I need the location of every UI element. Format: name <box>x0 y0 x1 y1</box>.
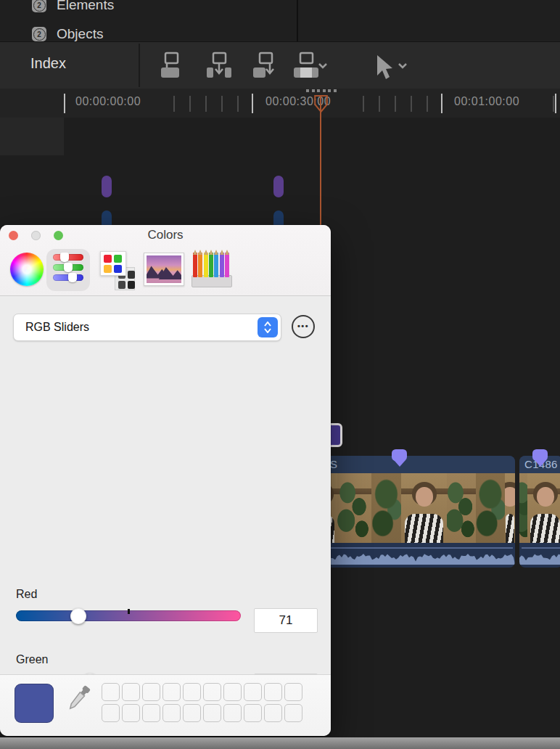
swatch-well[interactable] <box>122 704 140 722</box>
ruler-tick <box>411 96 412 112</box>
swatch-well[interactable] <box>122 683 140 701</box>
ruler-major-tick <box>441 94 442 113</box>
swatch-well[interactable] <box>223 683 242 701</box>
ruler-major-tick <box>64 94 65 113</box>
green-slider-label: Green <box>16 653 48 666</box>
select-tool-chevron-down-icon[interactable] <box>398 62 408 69</box>
clip-thumbnail-plant-tall <box>476 473 505 543</box>
clip-thumbnail-plant <box>337 473 371 543</box>
swatch-well[interactable] <box>223 704 242 722</box>
color-wheel-icon[interactable] <box>10 253 44 286</box>
swatch-well[interactable] <box>264 683 282 701</box>
ruler-tick <box>189 96 191 112</box>
pane-divider <box>297 0 298 41</box>
ruler-tick <box>173 96 175 112</box>
clip-marker-pin[interactable] <box>392 449 407 461</box>
ruler-major-tick <box>555 94 556 113</box>
sidebar-section: 2 Elements 2 Objects <box>0 0 560 41</box>
swatch-well[interactable] <box>142 704 160 722</box>
swatch-well[interactable] <box>142 683 160 701</box>
sidebar-item-objects[interactable]: 2 Objects <box>32 26 103 42</box>
sidebar-item-label: Elements <box>57 0 114 13</box>
clip-title: S <box>305 456 515 473</box>
screen: 2 Elements 2 Objects Index <box>0 0 560 749</box>
sidebar-item-label: Objects <box>57 26 103 42</box>
red-slider[interactable] <box>16 610 241 621</box>
ruler-tick <box>395 96 396 112</box>
ruler-timecode: 00:00:00:00 <box>75 95 141 108</box>
objects-count-badge: 2 <box>32 27 46 41</box>
color-palettes-icon[interactable] <box>100 251 138 289</box>
swatch-well[interactable] <box>102 704 120 722</box>
sidebar-item-elements[interactable]: 2 Elements <box>32 0 114 13</box>
color-mode-value: RGB Sliders <box>25 321 89 334</box>
timeline-clip[interactable]: S <box>305 456 515 568</box>
playhead-range-dash <box>328 89 331 92</box>
color-sliders-icon[interactable] <box>53 254 83 286</box>
ruler-timecode: 00:01:00:00 <box>454 95 519 108</box>
desktop-strip <box>0 737 560 749</box>
clip-thumbnail-plant <box>519 473 527 543</box>
clip-thumbnail-woman <box>527 473 560 543</box>
elements-count-badge: 2 <box>32 0 46 12</box>
swatch-well[interactable] <box>244 683 262 701</box>
clip-thumbnail-plant <box>447 473 476 543</box>
ruler-tick <box>205 96 207 112</box>
color-mode-select[interactable]: RGB Sliders <box>13 314 281 341</box>
index-button[interactable]: Index <box>30 55 66 72</box>
swatch-wells-grid <box>102 683 302 722</box>
toolbar-divider <box>139 44 140 87</box>
clip-filmstrip <box>305 473 515 543</box>
colors-panel-titlebar[interactable]: Colors <box>0 225 331 296</box>
swatch-well[interactable] <box>183 704 201 722</box>
colors-panel-window: Colors <box>0 225 331 736</box>
window-title: Colors <box>0 228 331 242</box>
swatch-well[interactable] <box>264 704 282 722</box>
select-arrow-tool-icon[interactable] <box>367 52 399 84</box>
swatch-well[interactable] <box>183 683 201 701</box>
swatch-well[interactable] <box>284 683 302 701</box>
eyedropper-icon[interactable] <box>62 682 93 717</box>
audio-waveform <box>305 550 515 568</box>
pencils-icon[interactable] <box>193 253 229 287</box>
playhead-range-dash <box>323 89 326 92</box>
ruler-tick <box>379 96 380 112</box>
insert-clip-tool-icon[interactable] <box>203 49 235 81</box>
select-stepper-icon <box>258 317 278 337</box>
audio-separator <box>522 547 560 549</box>
tool-chevron-down-icon[interactable] <box>318 62 328 69</box>
red-slider-knob[interactable] <box>70 608 86 624</box>
slider-options-button[interactable]: ••• <box>292 315 315 338</box>
red-slider-label: Red <box>16 588 37 601</box>
red-value-field[interactable] <box>254 608 318 633</box>
swatch-well[interactable] <box>244 704 262 722</box>
ruler-tick <box>427 96 428 112</box>
swatch-well[interactable] <box>162 683 181 701</box>
clip-thumbnail-woman <box>401 473 447 543</box>
ruler-tick <box>221 96 223 112</box>
collapsed-clip-pill[interactable] <box>102 176 112 197</box>
playhead-handle[interactable] <box>314 95 328 112</box>
clip-thumbnail-plant-tall <box>371 473 401 543</box>
current-color-swatch[interactable] <box>15 684 54 723</box>
ruler-major-tick <box>252 94 253 113</box>
connect-clip-tool-icon[interactable] <box>155 49 187 81</box>
image-palettes-icon[interactable] <box>144 253 184 286</box>
swatch-well[interactable] <box>284 704 302 722</box>
timeline-header-gap <box>0 118 64 155</box>
playhead-range-dash <box>312 89 315 92</box>
collapsed-clip-pill[interactable] <box>273 176 284 197</box>
ruler-tick <box>363 96 364 112</box>
audio-separator <box>307 547 513 549</box>
playhead-line <box>320 95 321 226</box>
swatch-well[interactable] <box>203 704 221 722</box>
timeline-clip[interactable]: C1486 <box>519 456 560 568</box>
ruler-tick <box>553 96 554 112</box>
clip-marker-pin[interactable] <box>532 449 548 461</box>
slider-midpoint-tick <box>128 609 130 614</box>
swatch-well[interactable] <box>162 704 181 722</box>
timeline-ruler[interactable]: 00:00:00:0000:00:30:0000:01:00:00 <box>0 89 560 118</box>
append-clip-tool-icon[interactable] <box>250 49 281 81</box>
swatch-well[interactable] <box>203 683 221 701</box>
swatch-well[interactable] <box>102 683 120 701</box>
